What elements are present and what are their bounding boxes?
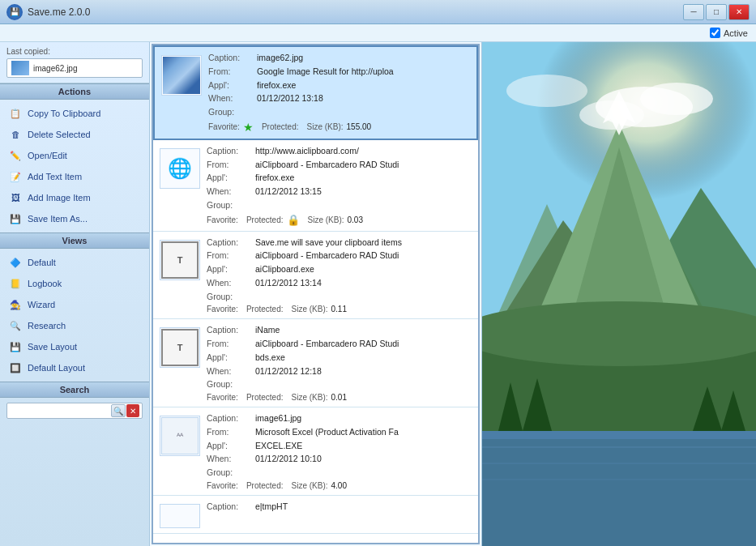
views-list: 🔷 Default 📒 Logbook 🧙 Wizard 🔍 Research … — [0, 249, 149, 382]
save-item-as-icon: 💾 — [8, 211, 23, 226]
title-bar-left: 💾 Save.me 2.0.0 — [6, 4, 90, 20]
action-delete-selected[interactable]: 🗑 Delete Selected — [0, 124, 149, 145]
clip-details-4: Caption: iName From: aiClipboard - Embar… — [207, 324, 472, 402]
search-clear-button[interactable]: ✕ — [126, 404, 139, 417]
mountain-scene-svg — [482, 42, 756, 546]
clip-item-2[interactable]: 🌐 Caption: http://www.aiclipboard.com/ F… — [153, 140, 478, 232]
add-image-item-label: Add Image Item — [28, 193, 91, 203]
research-icon: 🔍 — [8, 318, 23, 333]
clip-details-1: Caption: image62.jpg From: Google Image … — [208, 52, 470, 134]
action-add-text-item[interactable]: 📝 Add Text Item — [0, 166, 149, 187]
wizard-label: Wizard — [28, 300, 55, 309]
clip-details-5: Caption: image61.jpg From: Microsoft Exc… — [207, 412, 472, 490]
open-edit-label: Open/Edit — [28, 151, 67, 160]
wizard-icon: 🧙 — [8, 297, 23, 312]
action-add-image-item[interactable]: 🖼 Add Image Item — [0, 187, 149, 208]
research-label: Research — [28, 321, 66, 331]
last-copied-label: Last copied: — [6, 47, 143, 56]
active-label[interactable]: Active — [724, 28, 748, 38]
clip-details-3: Caption: Save.me will save your clipboar… — [207, 237, 472, 314]
view-default-layout[interactable]: 🔲 Default Layout — [0, 357, 149, 378]
app-title: Save.me 2.0.0 — [28, 6, 90, 18]
search-section: 🔍 ✕ — [0, 398, 149, 424]
left-panel: Last copied: image62.jpg Actions 📋 Copy … — [0, 42, 150, 546]
clip-thumb-3: T — [160, 240, 200, 280]
open-edit-icon: ✏️ — [8, 148, 23, 163]
search-input[interactable] — [10, 406, 109, 416]
view-research[interactable]: 🔍 Research — [0, 315, 149, 336]
favorite-star-1: ★ — [243, 121, 254, 134]
save-layout-icon: 💾 — [8, 339, 23, 354]
add-text-item-icon: 📝 — [8, 169, 23, 184]
svg-rect-16 — [482, 431, 756, 439]
add-image-item-icon: 🖼 — [8, 190, 23, 205]
search-button[interactable]: 🔍 — [111, 404, 126, 417]
copy-clipboard-icon: 📋 — [8, 106, 23, 121]
copy-clipboard-label: Copy To Clipboard — [28, 109, 100, 118]
actions-list: 📋 Copy To Clipboard 🗑 Delete Selected ✏️… — [0, 100, 149, 232]
clip-thumb-5: ᴬᴬ — [160, 416, 200, 456]
save-layout-label: Save Layout — [28, 342, 77, 352]
clip-details-2: Caption: http://www.aiclipboard.com/ Fro… — [207, 145, 472, 226]
view-default[interactable]: 🔷 Default — [0, 252, 149, 273]
last-copied-section: Last copied: image62.jpg — [0, 42, 149, 83]
clip-item-4[interactable]: T Caption: iName From: aiClipboard - Emb… — [153, 319, 478, 407]
views-section-header: Views — [0, 232, 149, 249]
action-open-edit[interactable]: ✏️ Open/Edit — [0, 145, 149, 166]
view-save-layout[interactable]: 💾 Save Layout — [0, 336, 149, 357]
clip-item-1[interactable]: Caption: image62.jpg From: Google Image … — [153, 45, 478, 140]
lock-icon-2: 🔒 — [287, 214, 300, 226]
clip-thumb-1 — [161, 55, 202, 96]
save-item-as-label: Save Item As... — [28, 214, 88, 224]
title-bar: 💾 Save.me 2.0.0 ─ □ ✕ — [0, 0, 756, 24]
view-logbook[interactable]: 📒 Logbook — [0, 273, 149, 294]
action-save-item-as[interactable]: 💾 Save Item As... — [0, 208, 149, 229]
logbook-label: Logbook — [28, 279, 62, 288]
active-checkbox[interactable] — [710, 28, 720, 38]
svg-point-5 — [506, 75, 587, 107]
close-button[interactable]: ✕ — [728, 4, 750, 20]
clipboard-list[interactable]: Caption: image62.jpg From: Google Image … — [152, 44, 480, 544]
default-layout-label: Default Layout — [28, 363, 85, 373]
main-layout: Last copied: image62.jpg Actions 📋 Copy … — [0, 42, 756, 546]
last-copied-item[interactable]: image62.jpg — [6, 58, 143, 78]
clip-thumb-6 — [160, 504, 200, 528]
clip-thumb-4: T — [160, 327, 200, 368]
add-text-item-label: Add Text Item — [28, 172, 82, 181]
svg-point-3 — [640, 83, 713, 115]
logbook-icon: 📒 — [8, 276, 23, 291]
default-view-icon: 🔷 — [8, 255, 23, 270]
clip-thumb-2: 🌐 — [160, 148, 200, 189]
clip-details-6: Caption: e|tmpHT — [207, 501, 472, 528]
last-copied-thumbnail — [11, 61, 29, 75]
search-section-header: Search — [0, 382, 149, 398]
app-icon: 💾 — [6, 4, 23, 20]
svg-point-14 — [482, 301, 756, 366]
action-copy-clipboard[interactable]: 📋 Copy To Clipboard — [0, 103, 149, 124]
center-panel: Caption: image62.jpg From: Google Image … — [150, 42, 482, 546]
clip-item-5[interactable]: ᴬᴬ Caption: image61.jpg From: Microsoft … — [153, 407, 478, 496]
default-view-label: Default — [28, 258, 56, 267]
search-input-row: 🔍 ✕ — [6, 403, 143, 419]
clip-item-6[interactable]: Caption: e|tmpHT — [153, 496, 478, 534]
right-panel — [482, 42, 756, 546]
default-layout-icon: 🔲 — [8, 360, 23, 375]
minimize-button[interactable]: ─ — [683, 4, 704, 20]
view-wizard[interactable]: 🧙 Wizard — [0, 294, 149, 315]
delete-selected-icon: 🗑 — [8, 127, 23, 142]
svg-rect-15 — [482, 431, 756, 546]
last-copied-filename: image62.jpg — [33, 64, 77, 73]
restore-button[interactable]: □ — [706, 4, 727, 20]
active-row: Active — [0, 24, 756, 42]
actions-section-header: Actions — [0, 83, 149, 100]
delete-selected-label: Delete Selected — [28, 130, 91, 139]
clip-item-3[interactable]: T Caption: Save.me will save your clipbo… — [153, 232, 478, 320]
window-controls: ─ □ ✕ — [683, 4, 750, 20]
preview-image — [482, 42, 756, 546]
